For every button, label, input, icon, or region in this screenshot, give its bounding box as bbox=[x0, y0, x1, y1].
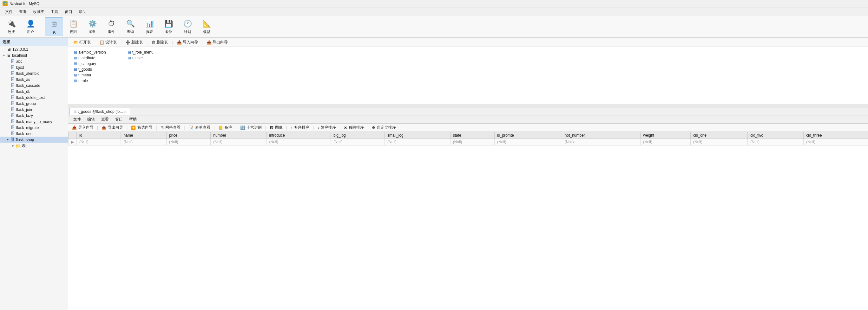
menu-item-工具[interactable]: 工具 bbox=[48, 8, 61, 15]
toolbar-btn-model[interactable]: 📐模型 bbox=[198, 18, 215, 36]
data-menu-item-文件[interactable]: 文件 bbox=[71, 116, 84, 123]
sidebar-item-flask_lazy[interactable]: 🗄flask_lazy bbox=[0, 112, 68, 118]
menu-item-文件[interactable]: 文件 bbox=[3, 8, 15, 15]
grid-cell-0-9[interactable]: (Null) bbox=[562, 139, 640, 145]
data-menu-item-查看[interactable]: 查看 bbox=[99, 116, 111, 123]
toolbar-btn-schedule[interactable]: 🕐计划 bbox=[179, 18, 196, 36]
grid-cell-0-0[interactable]: (Null) bbox=[77, 139, 121, 145]
grid-col-header-weight[interactable]: weight bbox=[641, 132, 691, 139]
sidebar-item-flask_join[interactable]: 🗄flask_join bbox=[0, 106, 68, 112]
grid-col-header-cid_three[interactable]: cid_three bbox=[804, 132, 868, 139]
menu-item-查看[interactable]: 查看 bbox=[17, 8, 29, 15]
data-menu-item-帮助[interactable]: 帮助 bbox=[127, 116, 139, 123]
grid-cell-0-11[interactable]: (Null) bbox=[690, 139, 747, 145]
tab-close-button[interactable]: × bbox=[124, 110, 126, 113]
table-entry-t_category[interactable]: ⊞t_category bbox=[71, 61, 125, 67]
table-entry-t_menu[interactable]: ⊞t_menu bbox=[71, 72, 125, 78]
sidebar-item-localhost[interactable]: ▼🖥localhost bbox=[0, 52, 68, 58]
data-toolbar-btn-custom-sort[interactable]: ⚙自定义排序 bbox=[369, 124, 399, 131]
data-toolbar-btn-remove-sort[interactable]: ✖移除排序 bbox=[341, 124, 366, 131]
grid-col-header-small_log[interactable]: small_log bbox=[385, 132, 451, 139]
sidebar-item-flask_many_to_many[interactable]: 🗄flask_many_to_many bbox=[0, 118, 68, 125]
sidebar-item-ip[interactable]: 🖥127.0.0.1 bbox=[0, 46, 68, 52]
menu-item-帮助[interactable]: 帮助 bbox=[76, 8, 89, 15]
toolbar-btn-report[interactable]: 📊报表 bbox=[141, 18, 158, 36]
obj-btn-export[interactable]: 📤导出向导 bbox=[204, 39, 230, 46]
grid-cell-0-6[interactable]: (Null) bbox=[385, 139, 451, 145]
data-toolbar-btn-export-wiz[interactable]: 📤导出向导 bbox=[99, 124, 126, 131]
table-entry-t_role[interactable]: ⊞t_role bbox=[71, 78, 125, 84]
sidebar-item-flask_one[interactable]: 🗄flask_one bbox=[0, 131, 68, 137]
toolbar-btn-function[interactable]: ⚙️函数 bbox=[84, 18, 101, 36]
table-grid[interactable]: idnamepricenumberintroducebig_logsmall_l… bbox=[68, 132, 868, 310]
grid-col-header-is_promte[interactable]: is_promte bbox=[495, 132, 562, 139]
table-entry-t_user[interactable]: ⊞t_user bbox=[125, 55, 179, 61]
grid-cell-0-5[interactable]: (Null) bbox=[331, 139, 385, 145]
grid-cell-0-10[interactable]: (Null) bbox=[641, 139, 691, 145]
toolbar-btn-view[interactable]: 📋视图 bbox=[64, 18, 82, 36]
sidebar-item-abc[interactable]: 🗄abc bbox=[0, 58, 68, 64]
grid-col-header-big_log[interactable]: big_log bbox=[331, 132, 385, 139]
grid-col-header-hot_number[interactable]: hot_number bbox=[562, 132, 640, 139]
data-toolbar-btn-hex[interactable]: 🔢十六进制 bbox=[238, 124, 264, 131]
grid-cell-0-13[interactable]: (Null) bbox=[804, 139, 868, 145]
grid-cell-0-7[interactable]: (Null) bbox=[450, 139, 494, 145]
data-toolbar-btn-grid-view[interactable]: ⊞网格查看 bbox=[158, 124, 183, 131]
data-toolbar-btn-asc-sort[interactable]: ↑升序排序 bbox=[288, 124, 312, 131]
sidebar-item-flask_alembic[interactable]: 🗄flask_alembic bbox=[0, 70, 68, 76]
toolbar-btn-backup[interactable]: 💾备份 bbox=[160, 18, 177, 36]
data-tab[interactable]: ⊞ t_goods @flask_shop (lo... × bbox=[69, 108, 130, 115]
toolbar-btn-user[interactable]: 👤用户 bbox=[22, 18, 39, 36]
menu-item-窗口[interactable]: 窗口 bbox=[62, 8, 75, 15]
obj-btn-import[interactable]: 📥导入向导 bbox=[174, 39, 200, 46]
sidebar-item-flask_shop[interactable]: ▼🗄flask_shop bbox=[0, 137, 68, 143]
sidebar-item-tables_node[interactable]: ▼📁表 bbox=[0, 143, 68, 149]
sidebar-item-bjsxt[interactable]: 🗄bjsxt bbox=[0, 64, 68, 70]
grid-col-header-name[interactable]: name bbox=[121, 132, 166, 139]
toolbar-btn-connect[interactable]: 🔌连接 bbox=[3, 18, 20, 36]
obj-btn-new[interactable]: ➕新建表 bbox=[123, 39, 145, 46]
sidebar-item-flask_group[interactable]: 🗄flask_group bbox=[0, 101, 68, 106]
grid-cell-0-1[interactable]: (Null) bbox=[121, 139, 166, 145]
obj-btn-design[interactable]: 📋设计表 bbox=[97, 39, 119, 46]
grid-cell-0-8[interactable]: (Null) bbox=[495, 139, 562, 145]
sidebar-item-flask_db[interactable]: 🗄flask_db bbox=[0, 89, 68, 95]
sidebar-item-flask_delete_test[interactable]: 🗄flask_delete_test bbox=[0, 95, 68, 101]
menu-item-收藏夹[interactable]: 收藏夹 bbox=[30, 8, 47, 15]
grid-col-header-price[interactable]: price bbox=[166, 132, 210, 139]
sidebar-item-flask_as[interactable]: 🗄flask_as bbox=[0, 76, 68, 82]
table-entry-alembic_version[interactable]: ⊞alembic_version bbox=[71, 49, 125, 55]
db-icon-abc: 🗄 bbox=[11, 59, 15, 64]
data-menu-item-窗口[interactable]: 窗口 bbox=[113, 116, 125, 123]
sidebar-item-flask_cascade[interactable]: 🗄flask_cascade bbox=[0, 82, 68, 89]
grid-col-header-cid_two[interactable]: cid_two bbox=[748, 132, 804, 139]
grid-col-header-id[interactable]: id bbox=[77, 132, 121, 139]
data-toolbar-btn-desc-sort[interactable]: ↓降序排序 bbox=[315, 124, 339, 131]
grid-col-header-state[interactable]: state bbox=[450, 132, 494, 139]
toolbar-btn-query[interactable]: 🔍查询 bbox=[122, 18, 139, 36]
scrollbar-area[interactable] bbox=[68, 104, 868, 108]
data-toolbar-btn-import-wiz[interactable]: 📥导入向导 bbox=[69, 124, 96, 131]
grid-cell-0-4[interactable]: (Null) bbox=[267, 139, 331, 145]
grid-col-header-introduce[interactable]: introduce bbox=[267, 132, 331, 139]
sidebar-item-flask_migrate[interactable]: 🗄flask_migrate bbox=[0, 125, 68, 131]
data-toolbar-btn-filter-wiz[interactable]: 🔽筛选向导 bbox=[128, 124, 155, 131]
toolbar-btn-table[interactable]: ⊞表 bbox=[45, 18, 63, 36]
grid-col-header-number[interactable]: number bbox=[211, 132, 267, 139]
obj-btn-delete[interactable]: 🗑删除表 bbox=[149, 39, 170, 46]
table-entry-t_role_menu[interactable]: ⊞t_role_menu bbox=[125, 49, 179, 55]
grid-cell-0-12[interactable]: (Null) bbox=[748, 139, 804, 145]
obj-toolbar-divider: | bbox=[95, 40, 95, 45]
toolbar-btn-event[interactable]: ⏱事件 bbox=[102, 18, 120, 36]
data-toolbar-btn-note[interactable]: 📒备注 bbox=[216, 124, 235, 131]
data-toolbar-btn-form-view[interactable]: 📝表单查看 bbox=[186, 124, 213, 131]
data-menu-item-编辑[interactable]: 编辑 bbox=[85, 116, 97, 123]
grid-col-header-cid_one[interactable]: cid_one bbox=[690, 132, 747, 139]
obj-btn-open[interactable]: 📂打开表 bbox=[71, 39, 93, 46]
sidebar-label-flask_as: flask_as bbox=[16, 77, 30, 82]
data-toolbar-btn-image[interactable]: 🖼图像 bbox=[267, 124, 285, 131]
grid-cell-0-3[interactable]: (Null) bbox=[211, 139, 267, 145]
grid-cell-0-2[interactable]: (Null) bbox=[166, 139, 210, 145]
table-entry-t_goods[interactable]: ⊞t_goods bbox=[71, 67, 125, 72]
table-entry-t_attribute[interactable]: ⊞t_attribute bbox=[71, 55, 125, 61]
